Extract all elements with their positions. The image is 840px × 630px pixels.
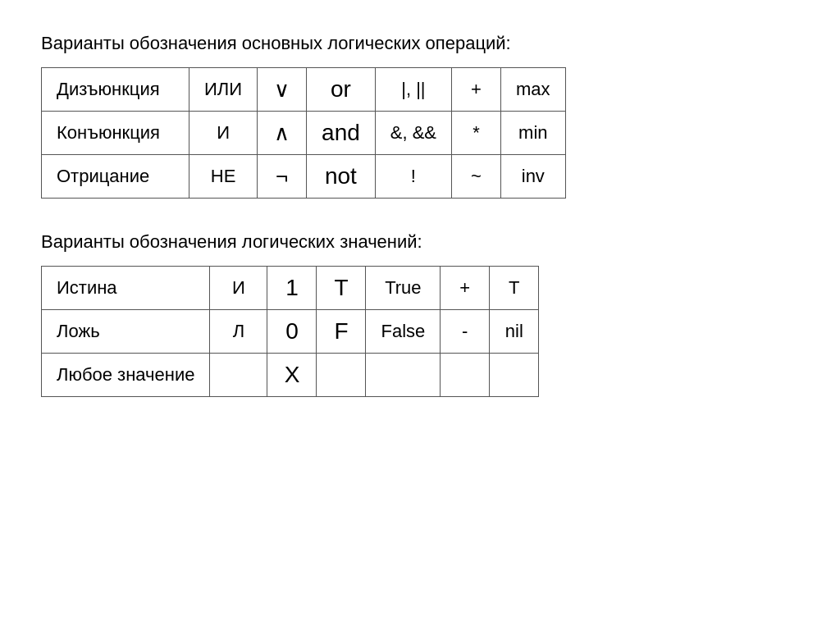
values-table: Истина И 1 T True + T Ложь Л 0 F False -… <box>41 266 539 397</box>
table-row: Отрицание НЕ ¬ not ! ~ inv <box>42 155 566 199</box>
op-name: Конъюнкция <box>42 112 189 155</box>
val-word: False <box>366 310 441 354</box>
op-code: &, && <box>375 112 451 155</box>
op-math: * <box>452 112 501 155</box>
op-func: max <box>501 68 566 112</box>
val-name: Ложь <box>42 310 210 354</box>
val-letter: F <box>317 310 366 354</box>
op-math: + <box>452 68 501 112</box>
table-row: Ложь Л 0 F False - nil <box>42 310 539 354</box>
table-row: Истина И 1 T True + T <box>42 267 539 310</box>
op-symbol: ∨ <box>258 68 307 112</box>
val-math <box>441 354 490 397</box>
op-func: min <box>501 112 566 155</box>
op-english: or <box>307 68 376 112</box>
val-word <box>366 354 441 397</box>
op-math: ~ <box>452 155 501 199</box>
val-num: 1 <box>267 267 317 310</box>
op-code: ! <box>375 155 451 199</box>
op-name: Дизъюнкция <box>42 68 189 112</box>
section2-title: Варианты обозначения логических значений… <box>41 231 799 253</box>
val-math: + <box>441 267 490 310</box>
val-code <box>490 354 539 397</box>
val-word: True <box>366 267 441 310</box>
val-letter <box>317 354 366 397</box>
operations-table: Дизъюнкция ИЛИ ∨ or |, || + max Конъюнкц… <box>41 67 566 199</box>
op-russian: НЕ <box>189 155 258 199</box>
val-math: - <box>441 310 490 354</box>
table-row: Конъюнкция И ∧ and &, && * min <box>42 112 566 155</box>
op-english: not <box>307 155 376 199</box>
table-row: Дизъюнкция ИЛИ ∨ or |, || + max <box>42 68 566 112</box>
val-letter: T <box>317 267 366 310</box>
op-english: and <box>307 112 376 155</box>
val-russian: Л <box>210 310 267 354</box>
val-code: nil <box>490 310 539 354</box>
val-name: Любое значение <box>42 354 210 397</box>
op-russian: И <box>189 112 258 155</box>
val-num: 0 <box>267 310 317 354</box>
op-func: inv <box>501 155 566 199</box>
val-russian: И <box>210 267 267 310</box>
op-russian: ИЛИ <box>189 68 258 112</box>
section1-title: Варианты обозначения основных логических… <box>41 33 799 54</box>
val-russian <box>210 354 267 397</box>
op-name: Отрицание <box>42 155 189 199</box>
val-code: T <box>490 267 539 310</box>
table-row: Любое значение X <box>42 354 539 397</box>
val-num: X <box>267 354 317 397</box>
op-code: |, || <box>375 68 451 112</box>
op-symbol: ¬ <box>258 155 307 199</box>
op-symbol: ∧ <box>258 112 307 155</box>
val-name: Истина <box>42 267 210 310</box>
